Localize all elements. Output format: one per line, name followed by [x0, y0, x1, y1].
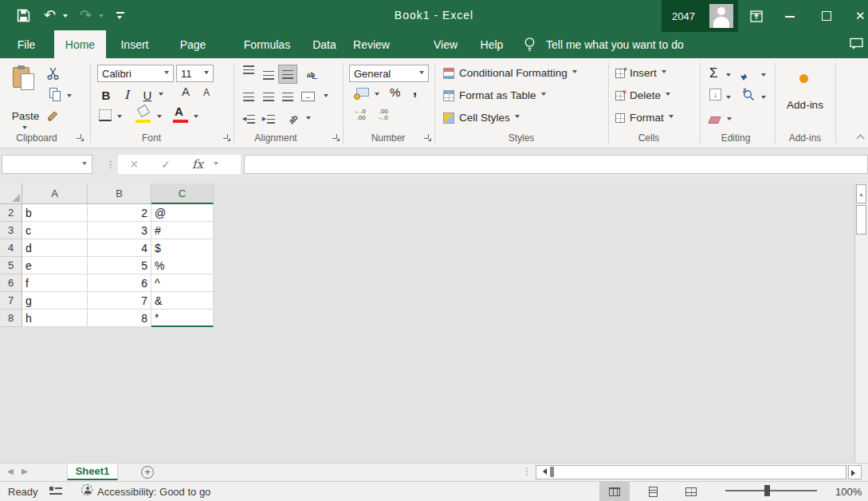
horizontal-scrollbar[interactable] — [536, 465, 846, 479]
middle-align-button[interactable] — [259, 65, 278, 85]
tab-help[interactable]: Help — [475, 32, 509, 58]
sort-filter-dropdown-icon[interactable] — [761, 73, 766, 79]
cell-c2[interactable]: @ — [151, 204, 214, 222]
cell-c3[interactable]: # — [151, 222, 214, 239]
underline-button[interactable]: U — [139, 85, 156, 105]
zoom-slider-handle[interactable] — [764, 485, 770, 496]
font-name-dropdown-icon[interactable] — [164, 71, 169, 77]
tell-me-search[interactable]: Tell me what you want to do — [546, 32, 684, 58]
column-header-a[interactable]: A — [22, 183, 88, 204]
enter-icon[interactable]: ✓ — [150, 158, 182, 171]
name-box[interactable] — [2, 155, 92, 174]
cell-a4[interactable]: d — [22, 239, 88, 257]
tab-data[interactable]: Data — [307, 32, 342, 58]
row-header[interactable]: 5 — [0, 257, 22, 274]
accessibility-status[interactable]: Accessibility: Good to go — [97, 486, 210, 498]
column-header-c-selected[interactable]: C — [151, 183, 214, 204]
decrease-decimal-button[interactable]: .00→.0 — [376, 108, 388, 121]
orientation-dropdown-icon[interactable] — [306, 116, 311, 122]
cell-a7[interactable]: g — [22, 292, 88, 310]
conditional-formatting-button[interactable]: Conditional Formatting — [443, 67, 577, 79]
clipboard-dialog-launcher-icon[interactable] — [76, 133, 84, 141]
minimize-button[interactable] — [785, 16, 795, 18]
autosum-dropdown-icon[interactable] — [726, 73, 731, 79]
increase-decimal-button[interactable]: ←.0.00 — [354, 108, 366, 121]
scroll-up-button[interactable]: ▲ — [856, 184, 866, 203]
insert-function-dropdown-icon[interactable] — [214, 162, 218, 168]
column-header-b[interactable]: B — [88, 183, 151, 204]
select-all-corner[interactable] — [0, 183, 22, 204]
number-format-select[interactable]: General — [349, 65, 429, 82]
underline-dropdown-icon[interactable] — [159, 93, 163, 98]
zoom-level[interactable]: 100% — [835, 486, 862, 498]
ribbon-display-options-icon[interactable] — [750, 10, 763, 26]
name-box-dropdown-icon[interactable] — [82, 162, 87, 168]
paste-page-icon[interactable] — [21, 73, 34, 90]
number-dialog-launcher-icon[interactable] — [423, 133, 431, 141]
cell-a8[interactable]: h — [22, 310, 88, 327]
formula-input[interactable] — [244, 155, 868, 174]
orientation-button[interactable]: ab — [284, 109, 303, 128]
cell-c5[interactable]: % — [151, 257, 214, 274]
maximize-button[interactable] — [822, 11, 831, 21]
cell-a5[interactable]: e — [22, 257, 88, 274]
align-left-button[interactable] — [239, 87, 258, 106]
horizontal-scrollbar-thumb[interactable] — [550, 467, 554, 477]
number-format-dropdown-icon[interactable] — [419, 71, 424, 77]
copy-dropdown-icon[interactable] — [67, 94, 72, 100]
normal-view-button[interactable] — [599, 482, 630, 501]
addins-button[interactable]: Add-ins — [773, 99, 837, 111]
font-color-button[interactable]: A — [175, 105, 183, 118]
formula-bar-resize-handle[interactable]: ⋮ — [106, 159, 116, 170]
tab-page-layout[interactable]: Page Layout — [162, 32, 224, 58]
borders-dropdown-icon[interactable] — [117, 115, 122, 120]
sheet-tab-sheet1[interactable]: Sheet1 — [67, 464, 118, 480]
fill-button[interactable]: ↓ — [709, 89, 721, 101]
cell-c4[interactable]: $ — [151, 239, 214, 257]
row-header[interactable]: 4 — [0, 239, 22, 257]
find-dropdown-icon[interactable] — [761, 96, 766, 101]
new-sheet-button[interactable]: + — [141, 466, 154, 479]
row-header[interactable]: 3 — [0, 222, 22, 239]
macro-record-icon[interactable] — [49, 487, 62, 496]
decrease-indent-button[interactable]: ◀ — [239, 109, 258, 128]
font-size-select[interactable]: 11 — [176, 65, 214, 82]
wrap-text-button[interactable]: ab — [301, 65, 320, 85]
cell-c6[interactable]: ^ — [151, 274, 214, 292]
tab-insert[interactable]: Insert — [114, 32, 155, 58]
find-select-icon[interactable] — [743, 89, 755, 105]
font-color-dropdown-icon[interactable] — [194, 115, 198, 120]
italic-button[interactable]: I — [118, 85, 136, 105]
cell-styles-button[interactable]: Cell Styles — [443, 112, 520, 124]
page-layout-view-button[interactable] — [638, 482, 668, 501]
decrease-font-size-button[interactable]: A — [203, 87, 210, 98]
next-sheet-icon[interactable]: ▶ — [22, 467, 28, 475]
align-right-button[interactable] — [278, 87, 297, 106]
cell-a6[interactable]: f — [22, 274, 88, 292]
row-header[interactable]: 8 — [0, 310, 22, 327]
tab-review[interactable]: Review — [352, 32, 391, 58]
cancel-icon[interactable]: ✕ — [118, 158, 150, 171]
row-header[interactable]: 7 — [0, 292, 22, 310]
account-badge[interactable]: 2047 — [662, 0, 738, 32]
cut-icon[interactable] — [46, 67, 60, 84]
row-header[interactable]: 6 — [0, 274, 22, 292]
delete-cells-button[interactable]: ✕ Delete — [615, 89, 670, 101]
cell-b7[interactable]: 7 — [88, 292, 151, 310]
tab-view[interactable]: View — [429, 32, 462, 58]
clear-dropdown-icon[interactable] — [727, 117, 732, 123]
fill-dropdown-icon[interactable] — [726, 96, 731, 101]
percent-style-button[interactable]: % — [390, 85, 400, 99]
vertical-scrollbar-thumb[interactable] — [856, 205, 866, 235]
prev-sheet-icon[interactable]: ◀ — [7, 467, 14, 475]
cell-b2[interactable]: 2 — [88, 204, 151, 222]
alignment-dialog-launcher-icon[interactable] — [332, 133, 340, 141]
bottom-align-button[interactable] — [278, 65, 297, 84]
insert-cells-button[interactable]: + Insert — [615, 67, 666, 79]
font-name-select[interactable]: Calibri — [97, 65, 174, 82]
cell-b3[interactable]: 3 — [88, 222, 151, 239]
cell-b6[interactable]: 6 — [88, 274, 151, 292]
close-button[interactable]: ✕ — [855, 9, 866, 23]
paste-button[interactable]: Paste — [10, 110, 41, 122]
merge-dropdown-icon[interactable] — [324, 94, 328, 100]
